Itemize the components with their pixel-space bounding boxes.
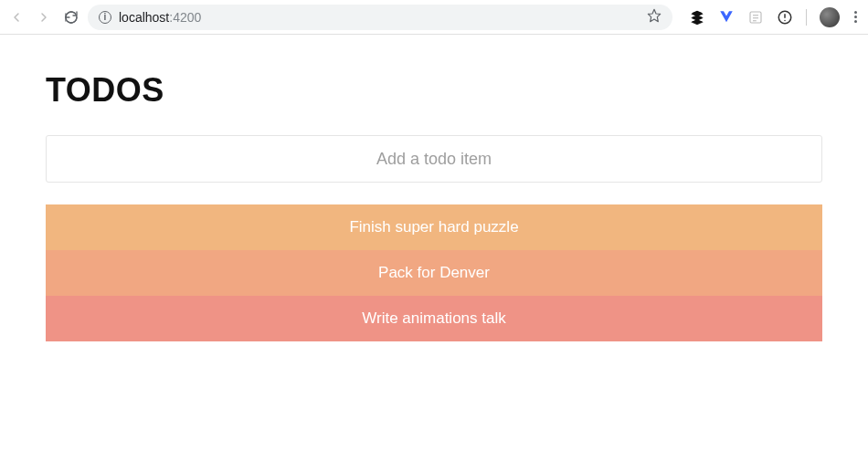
back-button[interactable]: [9, 10, 24, 25]
nav-buttons: [9, 10, 79, 25]
toolbar-divider: [806, 9, 807, 26]
extension-icons: [689, 7, 859, 27]
todo-item[interactable]: Finish super hard puzzle: [46, 204, 822, 250]
adblock-extension-icon[interactable]: [777, 9, 793, 26]
svg-marker-3: [691, 19, 704, 25]
url-port: :4200: [169, 10, 201, 25]
profile-avatar[interactable]: [820, 7, 840, 27]
svg-marker-0: [648, 9, 660, 21]
vue-extension-icon[interactable]: [718, 9, 735, 26]
readability-extension-icon[interactable]: [747, 9, 764, 26]
forward-button[interactable]: [37, 10, 51, 25]
site-info-icon[interactable]: i: [99, 11, 111, 24]
todo-list: Finish super hard puzzle Pack for Denver…: [46, 204, 822, 341]
bookmark-star-icon[interactable]: [647, 8, 662, 26]
add-todo-input[interactable]: [46, 135, 822, 183]
url-host: localhost: [119, 10, 169, 25]
url-text: localhost:4200: [119, 10, 201, 25]
todo-item[interactable]: Pack for Denver: [46, 250, 822, 296]
buffer-extension-icon[interactable]: [689, 9, 705, 26]
reload-button[interactable]: [64, 10, 79, 25]
svg-point-10: [784, 19, 786, 21]
address-bar[interactable]: i localhost:4200: [88, 5, 672, 30]
todo-item-label: Finish super hard puzzle: [349, 218, 518, 236]
page-title: TODOS: [46, 71, 822, 110]
browser-menu-button[interactable]: [852, 11, 859, 23]
todo-item[interactable]: Write animations talk: [46, 296, 822, 341]
browser-toolbar: i localhost:4200: [0, 0, 868, 35]
page-content: TODOS Finish super hard puzzle Pack for …: [0, 35, 868, 341]
todo-item-label: Pack for Denver: [378, 264, 490, 282]
todo-item-label: Write animations talk: [362, 309, 505, 328]
